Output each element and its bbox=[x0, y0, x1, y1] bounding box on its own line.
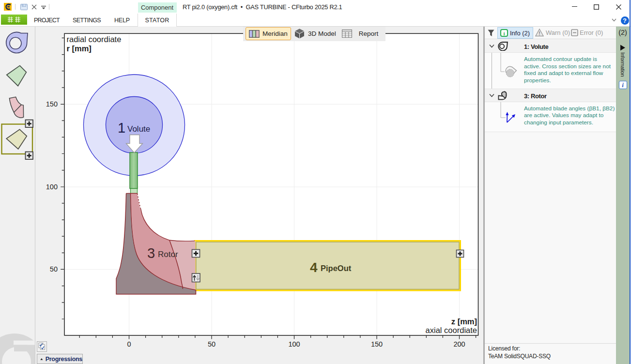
svg-text:150: 150 bbox=[371, 340, 383, 348]
svg-text:200: 200 bbox=[453, 340, 465, 348]
svg-text:3: 3 bbox=[147, 245, 155, 261]
svg-text:Volute: Volute bbox=[127, 124, 150, 134]
svg-text:axial coordiate: axial coordiate bbox=[426, 326, 477, 334]
svg-text:radial coordiate: radial coordiate bbox=[67, 35, 122, 44]
svg-text:!: ! bbox=[539, 31, 540, 36]
svg-text:50: 50 bbox=[208, 340, 215, 348]
svg-text:Rotor: Rotor bbox=[158, 250, 178, 259]
svg-text:4: 4 bbox=[310, 260, 318, 275]
svg-text:150: 150 bbox=[46, 100, 58, 108]
svg-text:50: 50 bbox=[50, 265, 58, 273]
svg-text:i: i bbox=[503, 30, 505, 36]
svg-text:r [mm]: r [mm] bbox=[67, 44, 92, 53]
svg-text:z [mm]: z [mm] bbox=[451, 317, 477, 326]
svg-text:100: 100 bbox=[46, 183, 58, 191]
svg-text:1: 1 bbox=[118, 120, 125, 136]
svg-text:0: 0 bbox=[127, 340, 131, 348]
svg-text:PipeOut: PipeOut bbox=[321, 264, 352, 273]
svg-text:100: 100 bbox=[288, 340, 300, 348]
